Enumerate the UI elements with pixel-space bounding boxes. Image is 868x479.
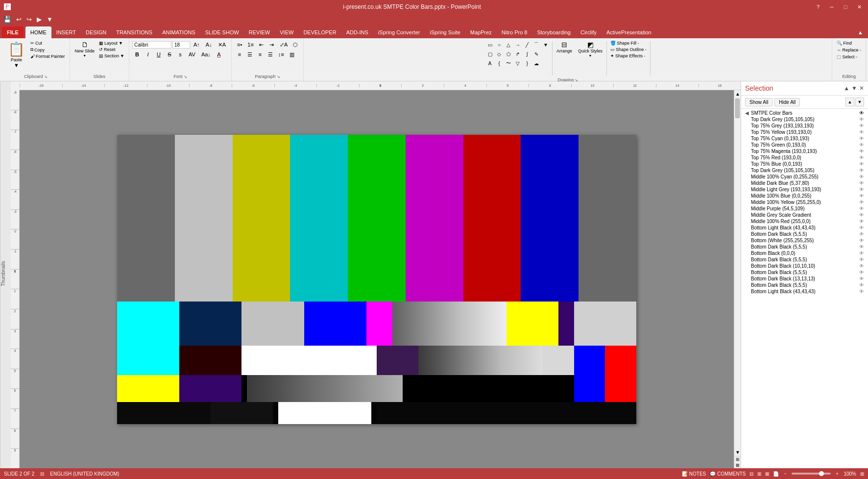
zoom-out-button[interactable]: － — [783, 470, 788, 477]
text-direction-button[interactable]: ⤢A — [277, 40, 290, 49]
sel-item-4[interactable]: Top 75% Green (0,193,0)👁 — [741, 142, 868, 148]
eye-icon-13[interactable]: 👁 — [859, 200, 864, 205]
zoom-level[interactable]: 100% — [844, 471, 856, 477]
arrange-button[interactable]: ⊟ Arrange — [555, 40, 574, 54]
scroll-down-button[interactable]: ▼ — [734, 449, 741, 456]
shape-effects-button[interactable]: ✦ Shape Effects - — [609, 53, 648, 59]
customize-qa-button[interactable]: ▼ — [45, 16, 54, 23]
sel-item-2[interactable]: Top 75% Yellow (193,193,0)👁 — [741, 129, 868, 135]
quick-styles-button[interactable]: ◩ Quick Styles ▼ — [576, 40, 604, 58]
eye-icon-21[interactable]: 👁 — [859, 251, 864, 256]
maximize-button[interactable]: □ — [841, 2, 850, 12]
slide-canvas[interactable] — [20, 90, 734, 468]
eye-icon-3[interactable]: 👁 — [859, 136, 864, 141]
sel-item-12[interactable]: Middle 100% Blue (0,0,255)👁 — [741, 193, 868, 199]
selection-down-button[interactable]: ▼ — [851, 85, 857, 92]
sel-item-18[interactable]: Bottom Dark Black (5,5,5)👁 — [741, 231, 868, 237]
tab-developer[interactable]: DEVELOPER — [298, 26, 341, 38]
shape-pentagon[interactable]: ⬠ — [504, 50, 513, 58]
zoom-in-button[interactable]: ＋ — [835, 470, 840, 477]
show-all-button[interactable]: Show All — [745, 98, 772, 106]
eye-icon-17[interactable]: 👁 — [859, 225, 864, 230]
tab-review[interactable]: REVIEW — [244, 26, 275, 38]
shape-outline-button[interactable]: ▭ Shape Outline - — [609, 47, 648, 52]
selection-up-button[interactable]: ▲ — [844, 85, 849, 92]
format-painter-button[interactable]: 🖌 Format Painter — [29, 53, 67, 59]
sel-item-22[interactable]: Bottom Dark Black (5,5,5)👁 — [741, 256, 868, 263]
eye-icon-27[interactable]: 👁 — [859, 289, 864, 294]
group-eye-icon[interactable]: 👁 — [859, 110, 864, 116]
scroll-up-button[interactable]: ▲ — [734, 90, 741, 98]
change-case-button[interactable]: Aa↓ — [199, 50, 213, 59]
strikethrough-button[interactable]: S — [165, 50, 174, 59]
font-dialog-icon[interactable]: ↘ — [184, 75, 187, 79]
tab-home[interactable]: HOME — [25, 26, 51, 38]
vertical-scrollbar[interactable]: ▲ ▼ ⊞ ⊠ — [734, 90, 741, 468]
redo-button[interactable]: ↪ — [25, 16, 33, 23]
tab-nitro[interactable]: Nitro Pro 8 — [497, 26, 532, 38]
shape-wave[interactable]: 〜 — [504, 59, 513, 68]
tab-addins[interactable]: ADD-INS — [341, 26, 373, 38]
sel-item-0[interactable]: Top Dark Grey (105,105,105)👁 — [741, 116, 868, 123]
eye-icon-0[interactable]: 👁 — [859, 117, 864, 122]
shape-conn[interactable]: ⌒ — [532, 40, 541, 49]
sel-item-19[interactable]: Bottom (White (255,255,255)👁 — [741, 237, 868, 244]
eye-icon-1[interactable]: 👁 — [859, 123, 864, 128]
font-size-input[interactable] — [172, 41, 190, 49]
shape-eq-tri[interactable]: ▽ — [513, 59, 522, 68]
sel-item-10[interactable]: Middle Dark Blue (5,37,80)👁 — [741, 180, 868, 186]
sel-item-26[interactable]: Bottom Dark Black (5,5,5)👁 — [741, 282, 868, 288]
scrollbar-thumb[interactable] — [735, 99, 740, 118]
paragraph-dialog-icon[interactable]: ↘ — [277, 75, 280, 79]
eye-icon-2[interactable]: 👁 — [859, 129, 864, 135]
sel-item-23[interactable]: Bottom Dark Black (10,10,10)👁 — [741, 263, 868, 269]
tab-activepresentation[interactable]: ActivePresentation — [602, 26, 656, 38]
eye-icon-16[interactable]: 👁 — [859, 219, 864, 224]
help-button[interactable]: ? — [813, 2, 823, 12]
font-color-button[interactable]: A — [214, 50, 224, 59]
eye-icon-19[interactable]: 👁 — [859, 238, 864, 243]
shape-triangle[interactable]: △ — [504, 40, 513, 49]
section-button[interactable]: ▤ Section ▼ — [97, 53, 126, 59]
eye-icon-22[interactable]: 👁 — [859, 257, 864, 262]
sel-item-9[interactable]: Middle 100% Cyan (0,255,255)👁 — [741, 174, 868, 180]
tab-animations[interactable]: ANIMATIONS — [157, 26, 200, 38]
tab-mapprez[interactable]: MapPrez — [465, 26, 497, 38]
sel-item-8[interactable]: Top Dark Grey (105,105,105)👁 — [741, 167, 868, 174]
paste-dropdown-arrow[interactable]: ▼ — [14, 62, 19, 68]
sel-item-11[interactable]: Middle Light Grey (193,193,193)👁 — [741, 186, 868, 193]
eye-icon-7[interactable]: 👁 — [859, 161, 864, 167]
align-right-button[interactable]: ≡ — [255, 50, 265, 59]
eye-icon-5[interactable]: 👁 — [859, 149, 864, 154]
sel-item-27[interactable]: Bottom Light Black (43,43,43)👁 — [741, 288, 868, 295]
shadow-button[interactable]: s — [175, 50, 185, 59]
eye-icon-9[interactable]: 👁 — [859, 174, 864, 179]
view-normal-button[interactable]: ⊟ — [749, 471, 753, 477]
font-name-input[interactable] — [132, 41, 171, 49]
save-button[interactable]: 💾 — [2, 16, 13, 23]
hide-all-button[interactable]: Hide All — [774, 98, 800, 106]
shape-diamond[interactable]: ◇ — [495, 50, 504, 58]
scrollbar-track[interactable] — [734, 119, 741, 449]
sel-item-14[interactable]: Middle Purple (54,5,109)👁 — [741, 205, 868, 212]
eye-icon-12[interactable]: 👁 — [859, 193, 864, 199]
replace-button[interactable]: ↔ Replace - — [835, 47, 863, 53]
selection-group[interactable]: ◀ SMTPE Color Bars 👁 — [741, 110, 868, 116]
bold-button[interactable]: B — [132, 50, 142, 59]
copy-button[interactable]: ⧉ Copy — [29, 47, 67, 53]
eye-icon-6[interactable]: 👁 — [859, 155, 864, 160]
tab-circlify[interactable]: Circlify — [576, 26, 602, 38]
convert-to-smartart-button[interactable]: ⬡ — [290, 40, 300, 49]
reset-button[interactable]: ↺ Reset — [97, 47, 126, 52]
sel-item-13[interactable]: Middle 100% Yellow (255,255,0)👁 — [741, 199, 868, 205]
shape-rounded-rect[interactable]: ▢ — [485, 50, 494, 58]
selection-close-button[interactable]: ✕ — [859, 85, 864, 92]
tab-storyboarding[interactable]: Storyboarding — [532, 26, 576, 38]
sel-item-20[interactable]: Bottom Dark Black (5,5,5)👁 — [741, 244, 868, 250]
tab-insert[interactable]: INSERT — [51, 26, 81, 38]
shape-curve[interactable]: ∫ — [523, 50, 531, 58]
close-button[interactable]: ✕ — [854, 2, 864, 12]
shape-more[interactable]: ▼ — [541, 40, 550, 49]
underline-button[interactable]: U — [154, 50, 164, 59]
tab-design[interactable]: DESIGN — [81, 26, 111, 38]
